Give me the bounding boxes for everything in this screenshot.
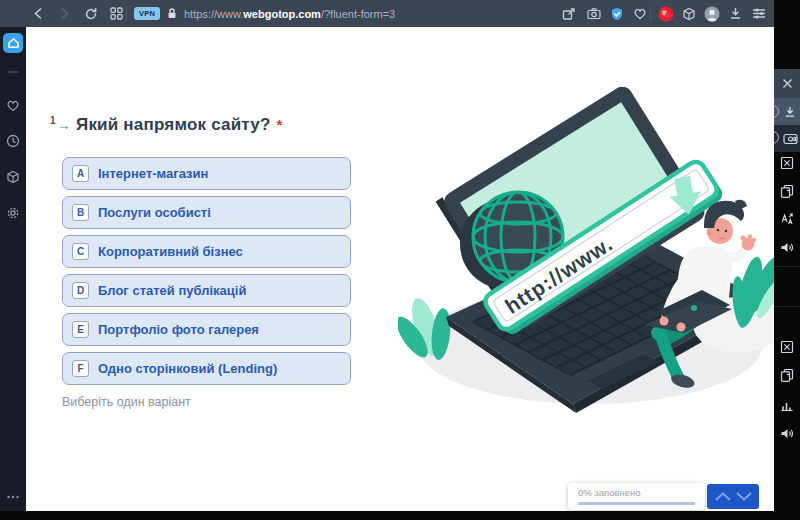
lock-icon[interactable] xyxy=(163,5,180,22)
speaker-button[interactable] xyxy=(774,236,800,258)
settings-sliders-icon[interactable] xyxy=(750,5,767,22)
option-label: Одно сторінковий (Lending) xyxy=(98,361,277,376)
illustration: http://www. xyxy=(398,87,774,455)
option-key: A xyxy=(72,165,89,182)
cube-icon xyxy=(6,170,20,184)
question-title: 1→Який напрямок сайту?* xyxy=(50,115,283,135)
browser-sidebar xyxy=(0,27,26,511)
arrow-icon: → xyxy=(57,117,71,133)
close-box-icon xyxy=(780,156,794,170)
progress-track xyxy=(578,502,695,505)
translate-icon xyxy=(780,212,794,226)
download-icon xyxy=(784,106,796,118)
copy-pages-icon xyxy=(780,368,794,382)
box-cube-icon[interactable] xyxy=(680,5,697,22)
extension-red-icon[interactable] xyxy=(657,5,674,22)
url-domain: webgotop.com xyxy=(243,8,321,20)
option-label: Корпоративний бізнес xyxy=(98,244,243,259)
copy-pages-button[interactable] xyxy=(774,364,800,386)
option-a[interactable]: A Інтернет-магазин xyxy=(62,157,351,190)
option-b[interactable]: B Послуги особисті xyxy=(62,196,351,229)
progress-card: 0% заповнено xyxy=(568,483,705,510)
chart-bars-icon xyxy=(780,399,794,412)
option-key: D xyxy=(72,282,89,299)
sidebar-home-button[interactable] xyxy=(0,31,26,55)
speaker-icon xyxy=(780,241,794,254)
share-icon[interactable] xyxy=(560,5,577,22)
close-box-icon xyxy=(780,340,794,354)
option-key: F xyxy=(72,360,89,377)
option-f[interactable]: F Одно сторінковий (Lending) xyxy=(62,352,351,385)
sidebar-separator xyxy=(7,71,19,73)
required-marker: * xyxy=(277,116,283,133)
partial-circle-icon xyxy=(774,131,779,144)
browser-topbar: VPN https://www.webgotop.com/?fluent-for… xyxy=(0,0,774,27)
option-e[interactable]: E Портфоліо фото галерея xyxy=(62,313,351,346)
sidebar-settings-button[interactable] xyxy=(0,201,26,225)
strip-divider xyxy=(774,306,800,307)
topbar-separator xyxy=(650,6,651,21)
option-label: Блог статей публікацій xyxy=(98,283,246,298)
plant-left xyxy=(398,295,453,362)
camera-icon xyxy=(783,133,798,145)
close-box-button[interactable] xyxy=(774,336,800,358)
browser-window: VPN https://www.webgotop.com/?fluent-for… xyxy=(0,0,774,511)
close-icon[interactable] xyxy=(782,78,793,89)
speaker-button[interactable] xyxy=(774,422,800,444)
option-key: C xyxy=(72,243,89,260)
option-d[interactable]: D Блог статей публікацій xyxy=(62,274,351,307)
right-utility-strip xyxy=(774,0,800,520)
profile-avatar[interactable] xyxy=(703,5,720,22)
chevron-up-icon xyxy=(714,491,732,502)
option-key: B xyxy=(72,204,89,221)
forward-button[interactable] xyxy=(56,5,73,22)
vpn-badge[interactable]: VPN xyxy=(134,7,160,20)
step-nav-buttons[interactable] xyxy=(707,484,759,509)
url-prefix: https://www. xyxy=(184,8,243,20)
answer-options: A Інтернет-магазин B Послуги особисті C … xyxy=(62,157,351,391)
back-button[interactable] xyxy=(30,5,47,22)
url-suffix: /?fluent-form=3 xyxy=(321,8,395,20)
option-c[interactable]: C Корпоративний бізнес xyxy=(62,235,351,268)
partial-circle-icon xyxy=(774,105,779,118)
chevron-down-icon xyxy=(735,491,753,502)
sidebar-more-button[interactable] xyxy=(0,485,26,509)
topbar-separator xyxy=(126,6,127,21)
download-icon[interactable] xyxy=(727,5,744,22)
panel-download-row[interactable] xyxy=(774,98,800,125)
option-key: E xyxy=(72,321,89,338)
more-dots-icon xyxy=(6,495,20,499)
heart-icon xyxy=(6,99,20,112)
question-hint: Виберіть один варіант xyxy=(62,395,191,409)
translate-button[interactable] xyxy=(774,208,800,230)
close-box-button[interactable] xyxy=(774,152,800,174)
sidebar-extensions-button[interactable] xyxy=(0,165,26,189)
home-icon xyxy=(3,33,23,53)
strip-divider xyxy=(774,266,800,267)
speed-dial-icon[interactable] xyxy=(108,5,125,22)
snapshot-camera-icon[interactable] xyxy=(585,5,602,22)
copy-pages-icon xyxy=(780,184,794,198)
question-text: Який напрямок сайту? xyxy=(76,115,271,134)
sidebar-favorites-button[interactable] xyxy=(0,93,26,117)
page-content: 1→Який напрямок сайту?* A Інтернет-магаз… xyxy=(26,27,774,511)
option-label: Інтернет-магазин xyxy=(98,166,208,181)
copy-pages-button[interactable] xyxy=(774,180,800,202)
heart-icon[interactable] xyxy=(631,5,648,22)
reload-button[interactable] xyxy=(82,5,99,22)
gear-icon xyxy=(6,206,20,220)
chart-button[interactable] xyxy=(774,394,800,416)
address-bar[interactable]: https://www.webgotop.com/?fluent-form=3 xyxy=(184,0,395,27)
sidebar-history-button[interactable] xyxy=(0,129,26,153)
question-number: 1 xyxy=(50,115,56,126)
progress-label: 0% заповнено xyxy=(578,487,641,498)
shield-check-icon[interactable] xyxy=(608,5,625,22)
panel-camera-row[interactable] xyxy=(774,125,800,152)
speaker-icon xyxy=(780,427,794,440)
clock-icon xyxy=(6,134,20,148)
panel-titlebar xyxy=(774,69,800,98)
option-label: Послуги особисті xyxy=(98,205,211,220)
option-label: Портфоліо фото галерея xyxy=(98,322,259,337)
